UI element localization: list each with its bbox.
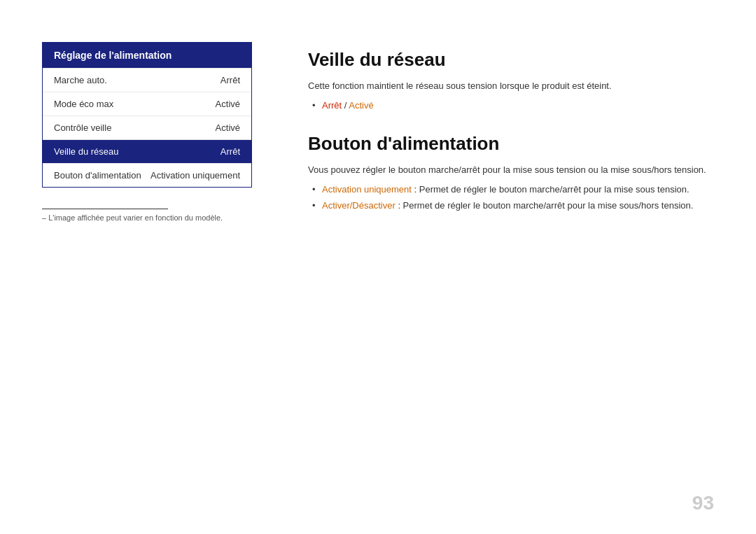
section-title-bouton-alimentation: Bouton d'alimentation (308, 133, 714, 155)
footnote-area: – L'image affichée peut varier en foncti… (42, 209, 252, 222)
footnote-text: – L'image affichée peut varier en foncti… (42, 213, 252, 222)
menu-item-value-veille-reseau: Arrêt (220, 146, 240, 157)
section-desc-bouton-alimentation: Vous pouvez régler le bouton marche/arrê… (308, 163, 714, 177)
menu-item-mode-eco[interactable]: Mode éco max Activé (43, 92, 251, 115)
menu-item-value-mode-eco: Activé (216, 99, 240, 109)
text-active: Activé (349, 100, 373, 111)
menu-item-veille-reseau[interactable]: Veille du réseau Arrêt (43, 139, 251, 163)
text-arret: Arrêt (322, 100, 342, 111)
menu-item-marche-auto[interactable]: Marche auto. Arrêt (43, 68, 251, 92)
menu-item-label-bouton-alimentation: Bouton d'alimentation (54, 170, 141, 181)
section-desc-veille-reseau: Cette fonction maintient le réseau sous … (308, 79, 714, 93)
footnote-divider (42, 209, 168, 209)
section-veille-reseau: Veille du réseau Cette fonction maintien… (308, 49, 714, 112)
section2-bullet-item-2: Activer/Désactiver : Permet de régler le… (322, 199, 714, 213)
section2-bullet-item-1: Activation uniquement : Permet de régler… (322, 183, 714, 197)
menu-box: Réglage de l'alimentation Marche auto. A… (42, 42, 252, 188)
menu-item-label-mode-eco: Mode éco max (54, 99, 113, 109)
section1-bullet-item: Arrêt / Activé (322, 99, 714, 113)
menu-item-value-bouton-alimentation: Activation uniquement (150, 170, 240, 181)
text-activation-uniquement: Activation uniquement (322, 184, 412, 195)
menu-item-bouton-alimentation[interactable]: Bouton d'alimentation Activation uniquem… (43, 163, 251, 187)
menu-item-label-veille-reseau: Veille du réseau (54, 146, 119, 157)
right-panel: Veille du réseau Cette fonction maintien… (252, 42, 714, 506)
section1-bullet-list: Arrêt / Activé (308, 99, 714, 113)
menu-header: Réglage de l'alimentation (43, 43, 251, 68)
section2-bullet-rest-1: : Permet de régler le bouton marche/arrê… (414, 184, 690, 195)
page-container: Réglage de l'alimentation Marche auto. A… (0, 0, 756, 534)
section-bouton-alimentation: Bouton d'alimentation Vous pouvez régler… (308, 133, 714, 213)
left-panel: Réglage de l'alimentation Marche auto. A… (42, 42, 252, 506)
text-activer-desactiver: Activer/Désactiver (322, 200, 396, 211)
menu-item-controle-veille[interactable]: Contrôle veille Activé (43, 115, 251, 139)
section2-bullet-list: Activation uniquement : Permet de régler… (308, 183, 714, 213)
menu-item-value-controle-veille: Activé (216, 122, 240, 133)
menu-item-label-controle-veille: Contrôle veille (54, 122, 111, 133)
menu-item-value-marche-auto: Arrêt (220, 75, 240, 85)
menu-item-label-marche-auto: Marche auto. (54, 75, 107, 85)
section-title-veille-reseau: Veille du réseau (308, 49, 714, 71)
section2-bullet-rest-2: : Permet de régler le bouton marche/arrê… (398, 200, 693, 211)
page-number: 93 (692, 492, 714, 514)
